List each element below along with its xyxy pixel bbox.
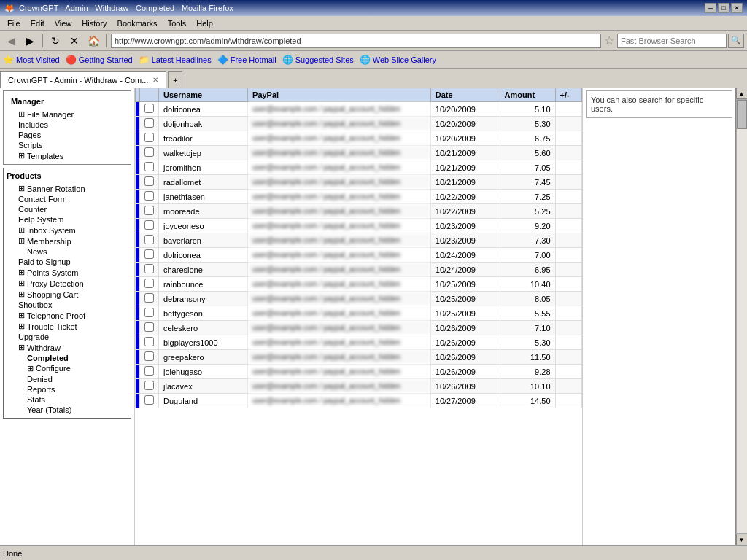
sidebar-subitem-year-totals[interactable]: Year (Totals) bbox=[7, 405, 128, 415]
row-checkbox[interactable] bbox=[144, 133, 154, 142]
paypal-header: PayPal bbox=[248, 88, 431, 102]
title-bar: 🦊 CrownGPT - Admin - Withdraw - Complete… bbox=[0, 0, 747, 16]
minimize-button[interactable]: ─ bbox=[705, 3, 716, 13]
maximize-button[interactable]: □ bbox=[718, 3, 729, 13]
row-checkbox-cell bbox=[140, 379, 159, 394]
sidebar-subitem-stats[interactable]: Stats bbox=[7, 394, 128, 405]
sidebar-item-includes[interactable]: Includes bbox=[7, 120, 128, 130]
row-checkbox[interactable] bbox=[144, 118, 154, 128]
row-checkbox[interactable] bbox=[144, 220, 154, 230]
address-input[interactable] bbox=[111, 34, 601, 48]
row-checkbox[interactable] bbox=[144, 351, 154, 361]
row-date: 10/26/2009 bbox=[430, 379, 500, 394]
sidebar-item-help-system[interactable]: Help System bbox=[7, 214, 128, 225]
right-panel-text: You can also search for specific users. bbox=[591, 96, 703, 113]
scroll-thumb[interactable] bbox=[737, 100, 747, 129]
table-row: walketojepuser@example.com / paypal_acco… bbox=[136, 146, 582, 160]
bookmark-most-visited[interactable]: ⭐ Most Visited bbox=[3, 55, 60, 65]
row-checkbox-cell bbox=[140, 292, 159, 306]
row-plusminus bbox=[555, 190, 581, 204]
row-checkbox[interactable] bbox=[144, 176, 154, 186]
tab-main[interactable]: CrownGPT - Admin - Withdraw - Com... ✕ bbox=[0, 71, 166, 88]
sidebar-item-points-system[interactable]: ⊞ Points System bbox=[7, 267, 128, 278]
sidebar-item-inbox-system[interactable]: ⊞ Inbox System bbox=[7, 225, 128, 236]
row-amount: 7.45 bbox=[500, 175, 555, 190]
row-checkbox[interactable] bbox=[144, 147, 154, 157]
row-checkbox[interactable] bbox=[144, 366, 154, 376]
expand-icon: ⊞ bbox=[18, 268, 25, 277]
sidebar-item-trouble-ticket[interactable]: ⊞ Trouble Ticket bbox=[7, 321, 128, 332]
bookmark-latest-headlines[interactable]: 📁 Latest Headlines bbox=[139, 55, 212, 65]
sidebar-subitem-reports[interactable]: Reports bbox=[7, 384, 128, 394]
bookmark-suggested-sites[interactable]: 🌐 Suggested Sites bbox=[282, 55, 354, 65]
forward-button[interactable]: ▶ bbox=[22, 33, 38, 49]
row-checkbox[interactable] bbox=[144, 293, 154, 303]
new-tab-button[interactable]: + bbox=[168, 71, 182, 88]
row-username: baverlaren bbox=[159, 233, 248, 248]
row-checkbox[interactable] bbox=[144, 104, 154, 113]
sidebar-item-upgrade[interactable]: Upgrade bbox=[7, 332, 128, 342]
row-checkbox[interactable] bbox=[144, 162, 154, 171]
row-checkbox[interactable] bbox=[144, 191, 154, 201]
back-button[interactable]: ◀ bbox=[3, 33, 19, 49]
home-button[interactable]: 🏠 bbox=[85, 33, 101, 49]
table-row: Dugulanduser@example.com / paypal_accoun… bbox=[136, 394, 582, 408]
row-date: 10/23/2009 bbox=[430, 233, 500, 248]
sidebar-item-counter[interactable]: Counter bbox=[7, 204, 128, 214]
sidebar-subitem-denied[interactable]: Denied bbox=[7, 374, 128, 384]
row-paypal: user@example.com / paypal_account_hidden bbox=[248, 160, 431, 175]
bookmark-web-slice[interactable]: 🌐 Web Slice Gallery bbox=[360, 55, 436, 65]
stop-button[interactable]: ✕ bbox=[66, 33, 82, 49]
menu-file[interactable]: File bbox=[3, 18, 25, 28]
row-checkbox[interactable] bbox=[144, 279, 154, 288]
sidebar-item-pages[interactable]: Pages bbox=[7, 130, 128, 140]
scroll-down-button[interactable]: ▼ bbox=[736, 534, 748, 545]
scroll-up-button[interactable]: ▲ bbox=[736, 88, 748, 99]
sidebar-item-shoutbox[interactable]: Shoutbox bbox=[7, 300, 128, 310]
sidebar-item-contact-form[interactable]: Contact Form bbox=[7, 194, 128, 204]
search-go-button[interactable]: 🔍 bbox=[728, 34, 744, 48]
sidebar-item-shopping-cart[interactable]: ⊞ Shopping Cart bbox=[7, 289, 128, 300]
bookmark-free-hotmail[interactable]: 🔷 Free Hotmail bbox=[217, 55, 276, 65]
sidebar-item-paid-to-signup[interactable]: Paid to Signup bbox=[7, 257, 128, 267]
row-plusminus bbox=[555, 117, 581, 131]
row-checkbox[interactable] bbox=[144, 249, 154, 259]
bookmark-getting-started[interactable]: 🔴 Getting Started bbox=[66, 55, 133, 65]
table-row: bigplayers1000user@example.com / paypal_… bbox=[136, 335, 582, 350]
tab-close-icon[interactable]: ✕ bbox=[152, 76, 158, 84]
scroll-track[interactable] bbox=[736, 99, 748, 534]
menu-bookmarks[interactable]: Bookmarks bbox=[113, 18, 162, 28]
row-checkbox[interactable] bbox=[144, 322, 154, 332]
sidebar-item-file-manager[interactable]: ⊞ File Manager bbox=[7, 109, 128, 120]
bookmark-star-icon[interactable]: ☆ bbox=[604, 34, 614, 47]
row-checkbox[interactable] bbox=[144, 395, 154, 405]
menu-view[interactable]: View bbox=[50, 18, 77, 28]
sidebar-item-withdraw[interactable]: ⊞ Withdraw bbox=[7, 342, 128, 353]
sidebar-subitem-configure[interactable]: ⊞ Configure bbox=[7, 363, 128, 374]
row-checkbox[interactable] bbox=[144, 308, 154, 317]
row-checkbox[interactable] bbox=[144, 235, 154, 244]
search-input[interactable] bbox=[617, 34, 727, 48]
close-button[interactable]: ✕ bbox=[731, 3, 743, 13]
menu-history[interactable]: History bbox=[77, 18, 111, 28]
sidebar-subitem-completed[interactable]: Completed bbox=[7, 353, 128, 363]
table-row: dolriconeauser@example.com / paypal_acco… bbox=[136, 248, 582, 262]
sidebar-item-banner-rotation[interactable]: ⊞ Banner Rotation bbox=[7, 183, 128, 194]
sidebar-item-proxy-detection[interactable]: ⊞ Proxy Detection bbox=[7, 278, 128, 289]
row-checkbox[interactable] bbox=[144, 337, 154, 346]
sidebar-item-templates[interactable]: ⊞ Templates bbox=[7, 150, 128, 161]
row-checkbox[interactable] bbox=[144, 264, 154, 273]
table-row: celeskerouser@example.com / paypal_accou… bbox=[136, 321, 582, 335]
row-checkbox-cell bbox=[140, 160, 159, 175]
row-checkbox[interactable] bbox=[144, 381, 154, 390]
menu-help[interactable]: Help bbox=[192, 18, 217, 28]
menu-tools[interactable]: Tools bbox=[163, 18, 191, 28]
refresh-button[interactable]: ↻ bbox=[47, 33, 63, 49]
sidebar-subitem-news[interactable]: News bbox=[7, 246, 128, 257]
menu-edit[interactable]: Edit bbox=[26, 18, 49, 28]
sidebar-item-telephone-proof[interactable]: ⊞ Telephone Proof bbox=[7, 310, 128, 321]
row-checkbox[interactable] bbox=[144, 206, 154, 215]
sidebar-item-scripts[interactable]: Scripts bbox=[7, 140, 128, 150]
sidebar-item-membership[interactable]: ⊞ Membership bbox=[7, 236, 128, 246]
row-date: 10/26/2009 bbox=[430, 365, 500, 379]
